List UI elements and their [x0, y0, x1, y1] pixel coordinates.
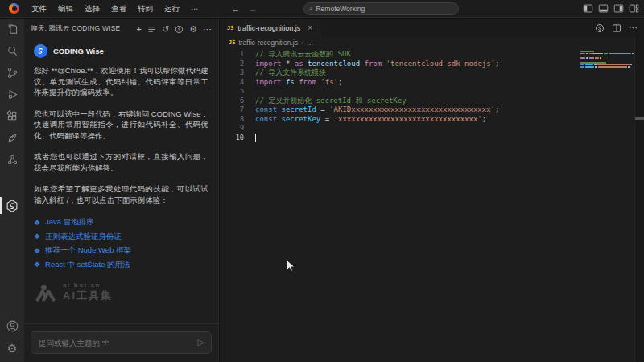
breadcrumb-file[interactable]: traffic-recognition.js: [238, 39, 298, 47]
code-line[interactable]: const secretKey = 'xxxxxxxxxxxxxxxxxxxxx…: [255, 115, 572, 125]
cloud-org-icon[interactable]: [0, 149, 24, 171]
chat-settings-icon[interactable]: ⚙: [189, 25, 197, 34]
code-line[interactable]: // 导入腾讯云云函数的 SDK: [255, 50, 572, 60]
line-number: 8: [220, 115, 244, 125]
line-number: 9: [220, 124, 244, 134]
explorer-icon[interactable]: [0, 19, 24, 40]
tab-close-icon[interactable]: ×: [308, 23, 312, 32]
chat-message-area[interactable]: CODING Wise 您好 **@Chloe.**，欢迎使用！我可以帮你做代码…: [24, 39, 218, 323]
menu-item[interactable]: 文件: [26, 0, 52, 18]
command-center-search[interactable]: ⌕ RemoteWorking: [303, 2, 459, 15]
code-line[interactable]: [255, 124, 572, 134]
menu-bar: 文件编辑选择查看转到运行⋯: [26, 0, 204, 18]
chat-paragraph: 或者您也可以通过下方的对话框，直接输入问题，我会尽我所能为你解答。: [34, 151, 208, 173]
source-control-icon[interactable]: [0, 62, 24, 84]
sparkle-icon: ❖: [34, 232, 40, 241]
menu-item[interactable]: 运行: [159, 0, 185, 18]
minimap[interactable]: [580, 51, 634, 73]
example-link-text: React 中 setState 的用法: [45, 260, 130, 270]
code-line[interactable]: // 定义并初始化 secretId 和 secretKey: [255, 97, 572, 106]
activity-bar: ⚙: [0, 19, 24, 362]
example-link[interactable]: ❖React 中 setState 的用法: [34, 258, 208, 273]
toggle-secondary-sidebar-icon[interactable]: [613, 3, 624, 14]
search-view-icon[interactable]: [0, 40, 24, 62]
chat-input[interactable]: [31, 331, 212, 354]
watermark-line2: AI工具集: [63, 289, 113, 303]
line-number: 3: [220, 68, 244, 78]
example-link-text: 正则表达式验证身份证: [45, 232, 122, 242]
code-lines[interactable]: // 导入腾讯云云函数的 SDKimport * as tencentcloud…: [255, 50, 572, 142]
line-number: 2: [220, 60, 244, 69]
editor-area: JS traffic-recognition.js × ⋯ JS traffic…: [220, 19, 644, 362]
account-icon[interactable]: [0, 315, 24, 337]
line-number: 6: [220, 97, 244, 106]
editor-scrollbar[interactable]: [634, 37, 644, 362]
menu-item[interactable]: 转到: [132, 0, 159, 18]
title-bar: 文件编辑选择查看转到运行⋯ ← → ⌕ RemoteWorking: [0, 0, 644, 18]
coding-wise-view-icon[interactable]: [0, 195, 24, 216]
watermark-line1: ai-bot.cn: [63, 282, 113, 289]
tab-traffic-recognition[interactable]: JS traffic-recognition.js ×: [220, 19, 320, 37]
example-link[interactable]: ❖推荐一个 Node Web 框架: [34, 244, 208, 258]
history-icon[interactable]: ↺: [162, 25, 169, 34]
watermark-logo-icon: [35, 284, 56, 302]
code-line[interactable]: import fs from 'fs';: [255, 78, 572, 88]
code-line[interactable]: const secretId = 'AKIDxxxxxxxxxxxxxxxxxx…: [255, 105, 572, 115]
toggle-panel-icon[interactable]: [598, 3, 609, 14]
line-number: 5: [220, 87, 244, 97]
chat-input-area: ▷: [24, 323, 218, 362]
chat-paragraph: 您好 **@Chloe.**，欢迎使用！我可以帮你做代码建议、单元测试生成、代码…: [34, 65, 208, 98]
breadcrumb-symbol[interactable]: …: [307, 39, 314, 47]
menu-item[interactable]: 选择: [79, 0, 105, 18]
code-line[interactable]: [255, 87, 572, 97]
line-number-gutter: 12345678910: [220, 50, 244, 142]
example-link-text: 推荐一个 Node Web 框架: [45, 245, 131, 256]
example-link[interactable]: ❖Java 冒泡排序: [34, 216, 208, 230]
workbench: ⚙ 聊天: 腾讯云 CODING WISE + ↺ ⚙ ⋯ CODING Wis…: [0, 19, 644, 362]
wise-run-icon[interactable]: [595, 23, 605, 33]
chat-panel-header: 聊天: 腾讯云 CODING WISE + ↺ ⚙ ⋯: [24, 19, 218, 39]
app-logo-icon: [9, 3, 19, 14]
chat-list-icon[interactable]: [147, 25, 156, 34]
search-text: RemoteWorking: [316, 5, 365, 13]
assistant-avatar: [34, 44, 47, 58]
tab-bar: JS traffic-recognition.js × ⋯: [220, 19, 644, 37]
toggle-sidebar-icon[interactable]: [583, 3, 593, 14]
settings-gear-icon[interactable]: ⚙: [0, 337, 24, 359]
code-line[interactable]: [255, 134, 572, 143]
code-line[interactable]: import * as tencentcloud from 'tencentcl…: [255, 60, 572, 69]
code-line[interactable]: // 导入文件系统模块: [255, 68, 572, 78]
breadcrumb[interactable]: JS traffic-recognition.js › …: [220, 37, 644, 48]
tab-label: traffic-recognition.js: [237, 24, 300, 32]
menu-item[interactable]: ⋯: [185, 0, 204, 18]
menu-item[interactable]: 编辑: [52, 0, 79, 18]
code-editor[interactable]: 12345678910 // 导入腾讯云云函数的 SDKimport * as …: [220, 48, 644, 362]
editor-more-icon[interactable]: ⋯: [629, 23, 638, 33]
sparkle-icon: ❖: [34, 219, 40, 227]
run-debug-icon[interactable]: [0, 84, 24, 105]
line-number: 10: [220, 134, 244, 143]
new-chat-icon[interactable]: +: [136, 25, 141, 34]
search-icon: ⌕: [309, 5, 312, 13]
chat-panel-title: 聊天: 腾讯云 CODING WISE: [31, 24, 120, 34]
nav-back-icon[interactable]: ←: [232, 4, 241, 14]
chat-examples: ❖Java 冒泡排序❖正则表达式验证身份证❖推荐一个 Node Web 框架❖R…: [34, 216, 208, 272]
example-link-text: Java 冒泡排序: [45, 217, 94, 228]
split-editor-icon[interactable]: [612, 23, 621, 33]
send-icon[interactable]: ▷: [198, 337, 204, 348]
nav-forward-icon[interactable]: →: [249, 4, 258, 14]
rocket-plugin-icon[interactable]: [0, 127, 24, 149]
line-number: 4: [220, 78, 244, 88]
extensions-icon[interactable]: [0, 105, 24, 127]
js-file-icon: JS: [227, 25, 233, 31]
menu-item[interactable]: 查看: [105, 0, 132, 18]
example-link[interactable]: ❖正则表达式验证身份证: [34, 230, 208, 245]
wise-mode-icon[interactable]: [175, 25, 184, 34]
text-cursor: [255, 134, 256, 142]
js-file-icon: JS: [229, 39, 235, 46]
chat-paragraph: 如果您希望了解更多我处理代码的技能，可以试试输入斜杠 /，也可以点击下面示例体验…: [34, 183, 208, 205]
chat-more-icon[interactable]: ⋯: [203, 25, 212, 34]
scrollbar-marker: [635, 117, 644, 120]
chat-sidebar: 聊天: 腾讯云 CODING WISE + ↺ ⚙ ⋯ CODING Wise …: [24, 19, 219, 362]
customize-layout-icon[interactable]: [629, 3, 639, 14]
